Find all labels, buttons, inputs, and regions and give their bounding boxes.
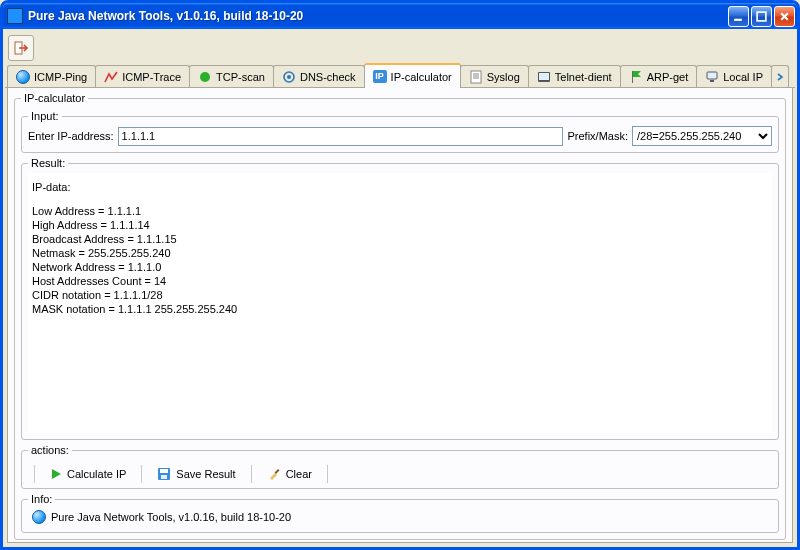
tab-ip-calculator[interactable]: IPIP-calculator xyxy=(364,63,461,88)
result-legend: Result: xyxy=(28,157,68,169)
tab-icmp-trace[interactable]: ICMP-Trace xyxy=(95,65,190,87)
info-text: Pure Java Network Tools, v1.0.16, build … xyxy=(51,511,291,523)
prefix-mask-label: Prefix/Mask: xyxy=(567,130,628,142)
doc-icon xyxy=(469,70,483,84)
calculate-label: Calculate IP xyxy=(67,468,126,480)
tab-label: Syslog xyxy=(487,71,520,83)
info-legend: Info: xyxy=(28,493,55,505)
actions-legend: actions: xyxy=(28,444,72,456)
ip-calculator-group: IP-calculator Input: Enter IP-address: P… xyxy=(14,92,786,540)
prefix-mask-select[interactable]: /28=255.255.255.240 xyxy=(632,126,772,146)
term-icon xyxy=(537,70,551,84)
actions-group: actions: Calculate IP xyxy=(21,444,779,489)
maximize-button[interactable] xyxy=(751,6,772,27)
svg-rect-8 xyxy=(539,73,549,80)
result-line: High Address = 1.1.1.14 xyxy=(32,218,768,232)
clear-label: Clear xyxy=(286,468,312,480)
dns-icon xyxy=(282,70,296,84)
flag-icon xyxy=(629,70,643,84)
play-icon xyxy=(50,468,62,480)
tab-label: TCP-scan xyxy=(216,71,265,83)
greendot-icon xyxy=(198,70,212,84)
tab-syslog[interactable]: Syslog xyxy=(460,65,529,87)
result-line: Network Address = 1.1.1.0 xyxy=(32,260,768,274)
tab-label: Local IP xyxy=(723,71,763,83)
save-label: Save Result xyxy=(176,468,235,480)
result-line: Host Addresses Count = 14 xyxy=(32,274,768,288)
info-group: Info: Pure Java Network Tools, v1.0.16, … xyxy=(21,493,779,533)
ip-address-input[interactable] xyxy=(118,127,564,146)
tabs: ICMP-PingICMP-TraceTCP-scanDNS-checkIPIP… xyxy=(5,63,795,88)
result-line: Broadcast Address = 1.1.1.15 xyxy=(32,232,768,246)
window: Pure Java Network Tools, v1.0.16, build … xyxy=(0,0,800,550)
svg-rect-13 xyxy=(160,469,168,473)
input-group: Input: Enter IP-address: Prefix/Mask: /2… xyxy=(21,110,779,153)
clear-button[interactable]: Clear xyxy=(260,464,319,484)
tab-scroll-right[interactable] xyxy=(771,65,789,87)
tab-tcp-scan[interactable]: TCP-scan xyxy=(189,65,274,87)
separator xyxy=(34,465,35,483)
svg-rect-1 xyxy=(757,12,766,21)
result-group: Result: IP-data: Low Address = 1.1.1.1Hi… xyxy=(21,157,779,440)
result-body[interactable]: IP-data: Low Address = 1.1.1.1High Addre… xyxy=(28,173,772,433)
result-line: MASK notation = 1.1.1.1 255.255.255.240 xyxy=(32,302,768,316)
svg-point-5 xyxy=(287,75,291,79)
svg-rect-9 xyxy=(632,71,633,83)
tab-telnet-dient[interactable]: Telnet-dient xyxy=(528,65,621,87)
separator xyxy=(327,465,328,483)
svg-rect-14 xyxy=(161,475,167,479)
calculate-ip-button[interactable]: Calculate IP xyxy=(43,465,133,483)
globe-icon xyxy=(32,510,46,524)
app-icon xyxy=(7,8,23,24)
tab-icmp-ping[interactable]: ICMP-Ping xyxy=(7,65,96,87)
globe-icon xyxy=(16,70,30,84)
pc-icon xyxy=(705,70,719,84)
tab-label: ICMP-Trace xyxy=(122,71,181,83)
tab-local-ip[interactable]: Local IP xyxy=(696,65,772,87)
groupbox-title: IP-calculator xyxy=(21,92,88,104)
save-result-button[interactable]: Save Result xyxy=(150,464,242,484)
result-line: Low Address = 1.1.1.1 xyxy=(32,204,768,218)
ip-icon: IP xyxy=(373,70,387,84)
tab-dns-check[interactable]: DNS-check xyxy=(273,65,365,87)
broom-icon xyxy=(267,467,281,481)
ip-address-label: Enter IP-address: xyxy=(28,130,114,142)
tab-label: Telnet-dient xyxy=(555,71,612,83)
tab-label: ARP-get xyxy=(647,71,689,83)
separator xyxy=(141,465,142,483)
trace-icon xyxy=(104,70,118,84)
separator xyxy=(251,465,252,483)
result-heading: IP-data: xyxy=(32,180,768,194)
floppy-icon xyxy=(157,467,171,481)
tab-arp-get[interactable]: ARP-get xyxy=(620,65,698,87)
result-line: Netmask = 255.255.255.240 xyxy=(32,246,768,260)
close-button[interactable] xyxy=(774,6,795,27)
tab-label: IP-calculator xyxy=(391,71,452,83)
tab-label: DNS-check xyxy=(300,71,356,83)
svg-rect-10 xyxy=(707,72,717,79)
window-title: Pure Java Network Tools, v1.0.16, build … xyxy=(28,9,728,23)
result-line: CIDR notation = 1.1.1.1/28 xyxy=(32,288,768,302)
svg-rect-15 xyxy=(274,469,279,474)
ip-calculator-pane: IP-calculator Input: Enter IP-address: P… xyxy=(7,88,793,543)
tab-label: ICMP-Ping xyxy=(34,71,87,83)
titlebar[interactable]: Pure Java Network Tools, v1.0.16, build … xyxy=(3,3,797,29)
svg-rect-6 xyxy=(471,71,481,83)
exit-button[interactable] xyxy=(8,35,34,61)
svg-rect-0 xyxy=(734,18,742,20)
svg-rect-11 xyxy=(710,80,714,82)
exit-icon xyxy=(13,40,29,56)
input-legend: Input: xyxy=(28,110,62,122)
toolbar xyxy=(5,31,795,63)
svg-point-3 xyxy=(200,72,210,82)
minimize-button[interactable] xyxy=(728,6,749,27)
